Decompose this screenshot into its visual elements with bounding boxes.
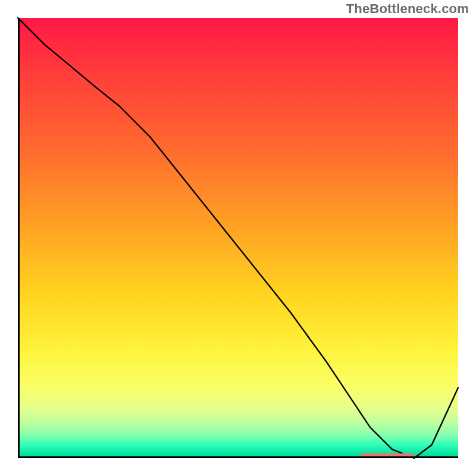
attribution-text: TheBottleneck.com — [346, 1, 469, 17]
chart-frame: TheBottleneck.com — [0, 0, 476, 476]
bottleneck-curve — [18, 18, 458, 458]
bottleneck-line-chart — [18, 18, 458, 458]
optimal-range-marker — [361, 453, 414, 457]
plot-area — [18, 18, 458, 458]
